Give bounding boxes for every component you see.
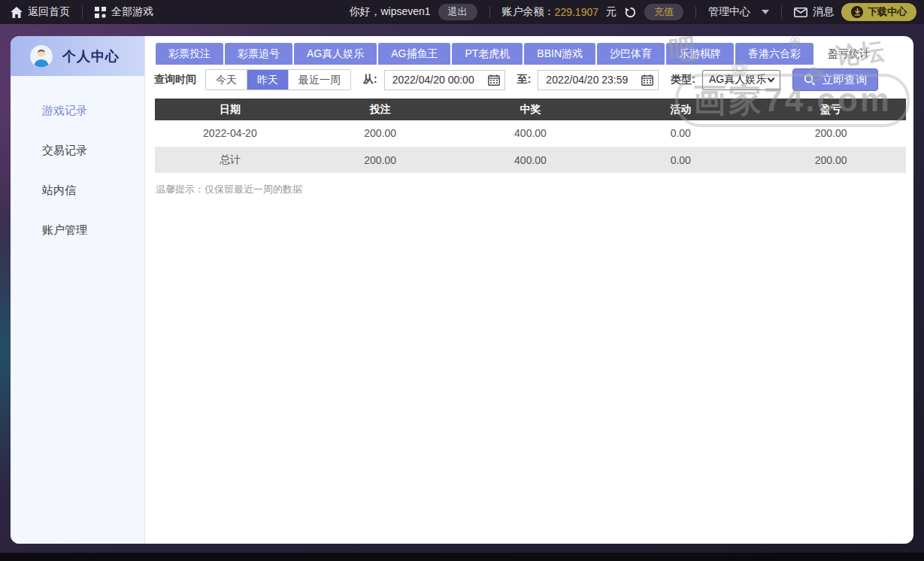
- home-icon: [11, 7, 23, 18]
- all-games-link[interactable]: 全部游戏: [95, 5, 153, 19]
- sidebar-item-transaction-records[interactable]: 交易记录: [11, 134, 144, 168]
- table-head: 日期 投注 中奖 活动 盈亏: [155, 99, 906, 120]
- balance-value: 229.1907: [555, 6, 598, 18]
- table-row: 2022-04-20 200.00 400.00 0.00 200.00: [155, 120, 906, 147]
- balance-label: 账户余额：: [502, 5, 555, 19]
- table-total-row: 总计 200.00 400.00 0.00 200.00: [155, 147, 906, 173]
- sidebar-item-account-management[interactable]: 账户管理: [11, 214, 144, 247]
- retention-note: 温馨提示：仅保留最近一周的数据: [156, 183, 906, 196]
- col-activity: 活动: [605, 99, 756, 120]
- quick-today-button[interactable]: 今天: [206, 70, 247, 89]
- col-win: 中奖: [456, 99, 606, 120]
- chevron-down-icon: [762, 10, 769, 14]
- calendar-icon[interactable]: [488, 74, 500, 86]
- page-background: 个人中心 游戏记录 交易记录 站内信 账户管理 彩票投注 彩票追号 AG真人娱乐…: [0, 24, 924, 553]
- table-body: 2022-04-20 200.00 400.00 0.00 200.00 总计 …: [155, 120, 906, 173]
- tab-lottery-bets[interactable]: 彩票投注: [156, 43, 223, 65]
- cell-profit-loss: 200.00: [756, 120, 906, 147]
- quick-range-group: 今天 昨天 最近一周: [205, 69, 351, 90]
- tab-bbin-games[interactable]: BBIN游戏: [524, 43, 595, 65]
- logout-button[interactable]: 退出: [438, 4, 477, 20]
- to-date-field: [538, 70, 659, 90]
- from-date-input[interactable]: [392, 74, 481, 86]
- cell-total-profit-loss: 200.00: [756, 147, 906, 173]
- chevron-down-icon: [768, 74, 775, 82]
- all-games-label: 全部游戏: [111, 5, 153, 19]
- cell-total-bet: 200.00: [305, 147, 456, 173]
- query-time-label: 查询时间: [154, 73, 196, 86]
- back-home-link[interactable]: 返回首页: [11, 5, 70, 19]
- topbar-divider: [489, 6, 490, 18]
- cell-bet: 200.00: [305, 120, 456, 147]
- col-date: 日期: [155, 99, 305, 120]
- tab-saba-sports[interactable]: 沙巴体育: [597, 43, 665, 65]
- quick-yesterday-button[interactable]: 昨天: [247, 70, 289, 89]
- refresh-icon[interactable]: [624, 6, 637, 19]
- balance-unit: 元: [606, 5, 617, 19]
- recharge-button[interactable]: 充值: [644, 4, 683, 20]
- download-center-label: 下载中心: [868, 5, 907, 19]
- query-form: 查询时间 今天 昨天 最近一周 从: 至:: [154, 68, 906, 91]
- sidebar: 个人中心 游戏记录 交易记录 站内信 账户管理: [11, 36, 145, 544]
- download-center-button[interactable]: 下载中心: [841, 3, 916, 21]
- tab-profit-loss-stats[interactable]: 盈亏统计: [815, 43, 883, 65]
- download-icon: [851, 6, 863, 18]
- admin-center-label: 管理中心: [708, 5, 750, 19]
- sidebar-title: 个人中心: [62, 47, 120, 65]
- cell-total-win: 400.00: [456, 147, 606, 173]
- main-content: 彩票投注 彩票追号 AG真人娱乐 AG捕鱼王 PT老虎机 BBIN游戏 沙巴体育…: [145, 36, 913, 544]
- tab-ag-fishing[interactable]: AG捕鱼王: [378, 43, 450, 65]
- mail-icon: [794, 8, 807, 17]
- sidebar-nav: 游戏记录 交易记录 站内信 账户管理: [11, 76, 144, 247]
- from-date-field: [384, 70, 505, 90]
- table-header-row: 日期 投注 中奖 活动 盈亏: [155, 99, 906, 120]
- from-label: 从:: [363, 73, 377, 86]
- bottom-bar: [0, 553, 924, 561]
- content-panel: 个人中心 游戏记录 交易记录 站内信 账户管理 彩票投注 彩票追号 AG真人娱乐…: [11, 36, 913, 544]
- search-button-label: 立即查询: [822, 73, 867, 87]
- cell-win: 400.00: [456, 120, 606, 147]
- topbar-divider: [781, 6, 782, 18]
- avatar: [30, 45, 53, 68]
- tab-lottery-chase[interactable]: 彩票追号: [225, 43, 292, 65]
- tab-ag-live[interactable]: AG真人娱乐: [294, 43, 377, 65]
- type-select[interactable]: AG真人娱乐: [702, 70, 780, 90]
- col-bet: 投注: [305, 99, 456, 120]
- tab-pt-slots[interactable]: PT老虎机: [452, 43, 523, 65]
- messages-label: 消息: [813, 5, 834, 19]
- col-profit-loss: 盈亏: [756, 99, 906, 120]
- type-select-value: AG真人娱乐: [709, 73, 766, 86]
- greeting-text: 你好，wipseven1: [349, 5, 430, 19]
- type-label: 类型:: [671, 73, 695, 86]
- cell-date: 2022-04-20: [155, 120, 305, 147]
- topbar-left: 返回首页 全部游戏: [11, 5, 153, 19]
- tab-hk-mark-six[interactable]: 香港六合彩: [735, 43, 813, 65]
- tab-bar: 彩票投注 彩票追号 AG真人娱乐 AG捕鱼王 PT老虎机 BBIN游戏 沙巴体育…: [156, 43, 906, 65]
- cell-total-label: 总计: [155, 147, 305, 173]
- admin-center-menu[interactable]: 管理中心: [708, 5, 769, 19]
- cell-activity: 0.00: [605, 120, 756, 147]
- profit-loss-table: 日期 投注 中奖 活动 盈亏 2022-04-20 200.00 400.00 …: [155, 99, 906, 173]
- quick-week-button[interactable]: 最近一周: [289, 70, 350, 89]
- sidebar-item-game-records[interactable]: 游戏记录: [11, 94, 144, 128]
- sidebar-item-site-mail[interactable]: 站内信: [11, 174, 144, 208]
- topbar-divider: [82, 6, 83, 18]
- to-date-input[interactable]: [546, 74, 635, 86]
- search-button[interactable]: 立即查询: [792, 68, 878, 91]
- grid-icon: [95, 7, 106, 18]
- topbar: 返回首页 全部游戏 你好，wipseven1 退出 账户余额： 229.1907…: [0, 0, 924, 24]
- sidebar-header: 个人中心: [11, 36, 144, 76]
- tab-leyou-chess[interactable]: 乐游棋牌: [666, 43, 734, 65]
- topbar-divider: [695, 6, 696, 18]
- back-home-label: 返回首页: [28, 5, 70, 19]
- to-label: 至:: [517, 73, 532, 86]
- search-icon: [804, 74, 816, 86]
- cell-total-activity: 0.00: [605, 147, 756, 173]
- topbar-right: 你好，wipseven1 退出 账户余额： 229.1907 元 充值 管理中心…: [349, 3, 916, 21]
- messages-link[interactable]: 消息: [794, 5, 834, 19]
- calendar-icon[interactable]: [641, 74, 653, 86]
